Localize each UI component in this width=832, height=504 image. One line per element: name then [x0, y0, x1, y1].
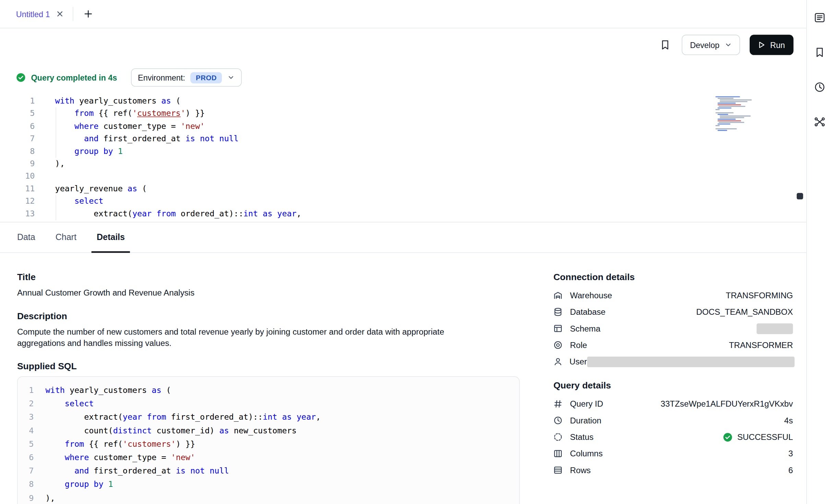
row-value: DOCS_TEAM_SANDBOX: [696, 307, 793, 317]
environment-label: Environment:: [138, 73, 185, 82]
row-value: 3: [788, 449, 793, 458]
chevron-down-icon: [725, 41, 732, 49]
row-value: TRANSFORMER: [729, 340, 793, 350]
code-line: 11yearly_revenue as (: [0, 183, 806, 195]
line-number: 6: [0, 120, 35, 132]
query-row: Query ID33TZseWpe1ALFDUYerxR1gVKxbv: [554, 396, 793, 412]
query-details-heading: Query details: [554, 381, 793, 391]
line-number: 7: [17, 465, 34, 478]
develop-dropdown[interactable]: Develop: [682, 35, 740, 55]
connection-row: Schema: [554, 320, 793, 337]
schema-icon: [554, 324, 563, 333]
bookmark-icon[interactable]: [812, 46, 827, 60]
line-number: 9: [17, 492, 34, 504]
editor-tab-untitled[interactable]: Untitled 1: [0, 0, 73, 28]
code-line: 5 from {{ ref('customers') }}: [0, 108, 806, 120]
hash-icon: [554, 399, 563, 409]
row-label: Status: [570, 432, 594, 442]
query-status-text: Query completed in 4s: [31, 73, 117, 82]
code-text: count(distinct customer_id) as new_custo…: [46, 424, 297, 437]
right-sidebar: [806, 0, 832, 504]
chevron-down-icon: [227, 74, 235, 81]
supplied-sql-lines: 1with yearly_customers as (2 select3 ext…: [17, 384, 519, 504]
code-line: 5 from {{ ref('customers') }}: [17, 438, 519, 451]
code-line: 12 select: [0, 195, 806, 207]
code-text: select: [55, 195, 104, 207]
environment-selector[interactable]: Environment: PROD: [131, 69, 242, 87]
status-circle-icon: [554, 432, 563, 442]
query-row: Columns3: [554, 445, 793, 462]
query-status: Query completed in 4s: [16, 73, 117, 82]
code-text: select: [46, 397, 94, 411]
tab-chart[interactable]: Chart: [50, 223, 82, 252]
tab-label: Untitled 1: [16, 9, 50, 19]
code-line: 7 and first_ordered_at is not null: [0, 133, 806, 145]
query-row: Duration4s: [554, 412, 793, 429]
run-button[interactable]: Run: [750, 35, 794, 55]
code-line: 4 count(distinct customer_id) as new_cus…: [17, 424, 519, 437]
code-text: group by 1: [55, 145, 123, 157]
line-number: 7: [0, 133, 35, 145]
app-root: Untitled 1 Develop Run: [0, 0, 832, 504]
code-line: 3 extract(year from first_ordered_at)::i…: [17, 411, 519, 424]
tab-data[interactable]: Data: [12, 223, 40, 252]
editor-minimap[interactable]: [715, 96, 755, 132]
query-rows: Query ID33TZseWpe1ALFDUYerxR1gVKxbvDurat…: [554, 396, 793, 479]
line-number: 9: [0, 158, 35, 170]
code-line: 9),: [0, 158, 806, 170]
sql-editor[interactable]: 1with yearly_customers as (5 from {{ ref…: [0, 94, 806, 223]
connection-row: RoleTRANSFORMER: [554, 337, 793, 353]
row-label: Database: [570, 307, 605, 317]
editor-lines: 1with yearly_customers as (5 from {{ ref…: [0, 95, 806, 220]
row-value: [757, 323, 793, 334]
lineage-icon[interactable]: [812, 115, 827, 129]
check-circle-icon: [16, 73, 26, 82]
connection-row: User: [554, 353, 793, 370]
new-tab-button[interactable]: [82, 8, 95, 20]
code-line: 6 where customer_type = 'new': [0, 120, 806, 132]
code-line: 1with yearly_customers as (: [17, 384, 519, 397]
code-text: and first_ordered_at is not null: [55, 133, 239, 145]
connection-rows: WarehouseTRANSFORMINGDatabaseDOCS_TEAM_S…: [554, 287, 793, 370]
row-value: TRANSFORMING: [726, 290, 793, 300]
code-line: 9),: [17, 492, 519, 504]
code-text: ),: [55, 158, 65, 170]
redacted-value: [757, 323, 793, 334]
code-line: 7 and first_ordered_at is not null: [17, 465, 519, 478]
editor-scrollbar-thumb[interactable]: [797, 193, 803, 200]
row-value: 6: [788, 465, 793, 475]
editor-tabbar: Untitled 1: [0, 0, 806, 28]
code-line: 8 group by 1: [0, 145, 806, 157]
redacted-value: [587, 356, 794, 367]
warehouse-icon: [554, 290, 563, 300]
line-number: 1: [0, 95, 35, 108]
check-circle-icon: [723, 432, 733, 442]
row-label: Columns: [570, 449, 603, 458]
code-line: 13 extract(year from ordered_at)::int as…: [0, 208, 806, 220]
code-line: 10: [0, 170, 806, 182]
row-label: Duration: [570, 416, 601, 425]
line-number: 13: [0, 208, 35, 220]
query-row: StatusSUCCESSFUL: [554, 429, 793, 445]
code-text: yearly_revenue as (: [55, 183, 147, 195]
role-icon: [554, 340, 563, 350]
line-number: 6: [17, 451, 34, 465]
row-label: Warehouse: [570, 290, 612, 300]
query-row: Rows6: [554, 462, 793, 478]
database-icon: [554, 307, 563, 317]
code-text: extract(year from ordered_at)::int as ye…: [55, 208, 301, 220]
supplied-sql-block: 1with yearly_customers as (2 select3 ext…: [17, 376, 520, 504]
panel-outline-icon[interactable]: [812, 11, 827, 25]
history-icon[interactable]: [812, 80, 827, 94]
code-text: from {{ ref('customers') }}: [55, 108, 205, 120]
code-text: group by 1: [46, 478, 113, 491]
clock-icon: [554, 416, 563, 425]
line-number: 8: [0, 145, 35, 157]
tab-details[interactable]: Details: [91, 223, 130, 252]
status-row: Query completed in 4s Environment: PROD: [0, 61, 806, 94]
close-tab-icon[interactable]: [56, 10, 64, 18]
bookmark-button[interactable]: [658, 38, 673, 52]
code-text: where customer_type = 'new': [46, 451, 195, 465]
connection-row: WarehouseTRANSFORMING: [554, 287, 793, 303]
row-value: [587, 356, 794, 367]
